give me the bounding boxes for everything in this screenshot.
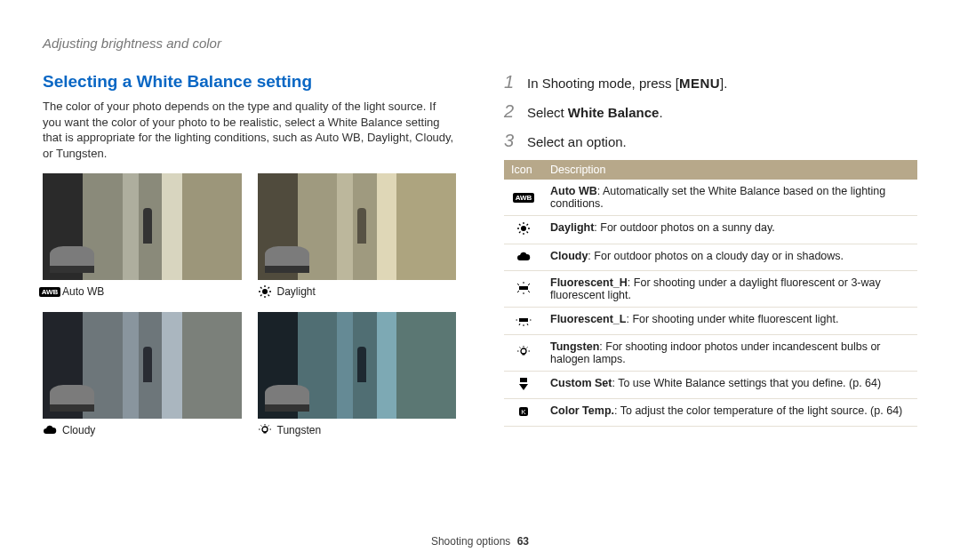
step-text: In Shooting mode, press [ [527, 76, 679, 91]
svg-rect-25 [519, 286, 528, 290]
svg-line-36 [519, 324, 520, 325]
thumb-daylight: Daylight [258, 173, 457, 298]
row-title: Tungsten [550, 340, 599, 353]
svg-line-8 [268, 287, 269, 289]
row-desc: : For outdoor photos on a sunny day. [594, 221, 774, 234]
footer-section: Shooting options [431, 535, 510, 548]
row-title: Fluorescent_L [550, 313, 626, 325]
step-text: . [659, 105, 662, 120]
svg-rect-45 [520, 378, 527, 382]
thumbnail-grid: AWB Auto WB Daylight [43, 173, 456, 436]
step-1: 1 In Shooting mode, press [MENU]. [504, 72, 917, 92]
thumb-autowb: AWB Auto WB [43, 173, 242, 298]
table-row: Cloudy: For outdoor photos on a cloudy d… [504, 244, 917, 271]
table-row: K Color Temp.: To adjust the color tempe… [504, 399, 917, 427]
step-text: Select an option. [527, 134, 627, 149]
row-title: Cloudy [550, 250, 588, 262]
right-column: 1 In Shooting mode, press [MENU]. 2 Sele… [504, 72, 917, 436]
svg-point-0 [262, 289, 268, 294]
thumb-image-tungsten [258, 312, 457, 419]
row-title: Custom Set [550, 377, 612, 389]
step-text: ]. [720, 76, 727, 91]
step-number: 1 [504, 72, 516, 92]
svg-marker-46 [519, 384, 528, 390]
left-column: Selecting a White Balance setting The co… [43, 72, 456, 436]
row-desc: : To adjust the color temperature of the… [614, 404, 902, 417]
thumb-image-daylight [258, 173, 457, 280]
table-row: Fluorescent_H: For shooting under a dayl… [504, 271, 917, 308]
svg-line-26 [517, 284, 519, 285]
footer-page: 63 [517, 535, 529, 548]
steps-list: 1 In Shooting mode, press [MENU]. 2 Sele… [504, 72, 917, 151]
svg-line-43 [520, 347, 521, 348]
cloud-icon [43, 424, 57, 436]
svg-point-16 [521, 226, 526, 231]
svg-line-21 [519, 224, 521, 226]
row-desc: : For outdoor photos on a cloudy day or … [588, 250, 844, 262]
svg-line-29 [528, 291, 530, 292]
row-desc: : Automatically set the White Balance ba… [550, 185, 885, 210]
page-title: Selecting a White Balance setting [43, 72, 456, 92]
row-title: Auto WB [550, 185, 597, 197]
table-row: AWB Auto WB: Automatically set the White… [504, 180, 917, 216]
thumb-tungsten: Tungsten [258, 312, 457, 436]
sun-icon [258, 285, 272, 298]
svg-line-15 [268, 426, 268, 427]
svg-point-38 [521, 348, 526, 354]
svg-line-14 [260, 426, 261, 427]
svg-rect-32 [519, 318, 528, 322]
svg-line-22 [527, 232, 529, 234]
svg-line-24 [527, 224, 529, 226]
thumb-image-cloudy [43, 312, 242, 419]
svg-rect-39 [523, 353, 525, 355]
thumb-label: Cloudy [62, 424, 95, 436]
intro-text: The color of your photo depends on the t… [43, 99, 456, 161]
awb-icon: AWB [43, 285, 57, 298]
bulb-icon [258, 424, 272, 436]
step-2: 2 Select White Balance. [504, 101, 917, 122]
svg-text:K: K [521, 408, 526, 416]
bulb-icon [514, 345, 533, 359]
row-title: Fluorescent_H [550, 276, 628, 289]
color-temp-icon: K [514, 404, 533, 419]
thumb-image-autowb [43, 173, 242, 280]
menu-chip: MENU [679, 76, 720, 91]
svg-line-7 [260, 295, 262, 297]
cloud-icon [514, 250, 533, 264]
thumb-label: Tungsten [277, 424, 322, 436]
step-number: 3 [504, 131, 516, 151]
svg-line-28 [517, 291, 519, 292]
svg-point-9 [262, 427, 268, 432]
awb-icon: AWB [514, 190, 533, 204]
th-icon: Icon [504, 160, 543, 180]
table-row: Custom Set: To use White Balance setting… [504, 372, 917, 399]
thumb-cloudy: Cloudy [43, 312, 242, 436]
row-title: Color Temp. [550, 404, 614, 417]
table-row: Daylight: For outdoor photos on a sunny … [504, 216, 917, 244]
table-row: Tungsten: For shooting indoor photos und… [504, 335, 917, 372]
custom-set-icon [514, 377, 533, 391]
svg-rect-10 [263, 432, 266, 434]
table-row: Fluorescent_L: For shooting under white … [504, 308, 917, 335]
row-desc: : To use White Balance settings that you… [612, 377, 881, 389]
thumb-label: Daylight [277, 285, 316, 298]
svg-line-27 [528, 284, 530, 285]
svg-line-44 [527, 347, 528, 348]
step-bold: White Balance [568, 105, 660, 120]
svg-line-23 [519, 232, 521, 234]
thumb-label: Auto WB [62, 285, 104, 298]
sun-icon [514, 221, 533, 236]
breadcrumb: Adjusting brightness and color [43, 36, 917, 51]
svg-line-6 [268, 295, 269, 297]
svg-line-5 [260, 287, 262, 289]
step-text: Select [527, 105, 568, 120]
step-number: 2 [504, 101, 516, 122]
wb-options-table: Icon Description AWB Auto WB: Automatica… [504, 160, 917, 427]
fluorescent-h-icon [514, 281, 533, 295]
row-desc: : For shooting indoor photos under incan… [550, 340, 881, 365]
th-desc: Description [543, 160, 917, 180]
page-footer: Shooting options 63 [0, 535, 960, 548]
svg-line-37 [527, 324, 528, 325]
fluorescent-l-icon [514, 313, 533, 327]
row-title: Daylight [550, 221, 594, 234]
